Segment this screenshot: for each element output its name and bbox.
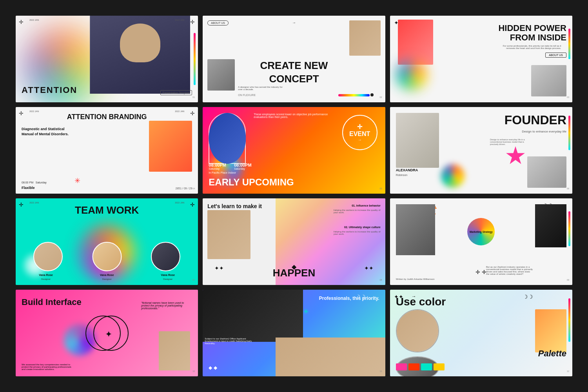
star6-icon-11: ✳	[303, 307, 309, 316]
about-btn-3: ABOUT US	[545, 53, 566, 58]
slide-7-name1: Vana Rose	[30, 274, 62, 276]
person-image-11a	[203, 290, 303, 342]
slide-10-quote: "fictional names have been used to prote…	[141, 301, 192, 310]
marketing-orb-9: Marketing Strategy	[467, 218, 495, 245]
slide-4: ✛ ✛ 2022 JAN 2022 JAN ATTENTION BRANDING…	[16, 107, 198, 194]
slide-6: FOUNDER Design to enhance everyday life …	[390, 107, 572, 194]
slide-7-role2: Designer	[91, 278, 123, 280]
person-image-6	[396, 113, 439, 168]
top-row-2: ABOUT US	[207, 20, 380, 56]
crosshair-icon-7b: ✛	[190, 201, 195, 208]
slide-7-page: 07	[192, 279, 195, 281]
diamond-icon-11: ◆ ◆	[209, 365, 217, 370]
slide-10: Build Interface "fictional names have be…	[16, 290, 198, 376]
color-swatch-red	[408, 363, 419, 370]
slide-2-desc: A designer who has served the industry f…	[238, 86, 285, 91]
slide-4-flexible: Flaxible	[22, 186, 35, 190]
event-box-5: ✛ EVENT →	[342, 115, 377, 150]
color-swatch-pink	[396, 363, 407, 370]
crosshair-icon-4a: ✛	[19, 110, 24, 116]
slide-11: ☽☽ Professionals, this priority. ✳ 1.526…	[203, 290, 385, 376]
time-small-5a: Saturday	[209, 167, 226, 170]
slide-6-name: ALEXANDRA	[396, 168, 418, 172]
color-bar-3	[568, 29, 570, 59]
crosshair-icon-7a: ✛	[19, 201, 24, 208]
color-bar-2	[338, 94, 370, 96]
slide-8: Let's learn to make it 01. Influence beh…	[203, 198, 385, 285]
label-year-4b: 2022 JAN	[175, 110, 184, 113]
slide-6-title: FOUNDER	[505, 113, 566, 127]
time-small-5b: Saturday	[234, 167, 252, 170]
slide-10-desc: We assessed the key competencies needed …	[22, 363, 73, 370]
slide-3-title-block: HIDDEN POWER FROM INSIDE For some profes…	[498, 24, 566, 58]
slide-6-page: 06	[567, 187, 569, 190]
person-image-3b	[531, 65, 566, 96]
event-name-5: EVENT	[349, 131, 370, 138]
slide-3-title-line2: FROM INSIDE	[498, 33, 566, 42]
person-image-10	[159, 331, 190, 370]
time-big-5b: 08:00PM	[234, 163, 252, 167]
stars-icon-12: ✦✦	[394, 294, 403, 300]
slide-3: ✦ ✦ HIDDEN POWER FROM INSIDE For some pr…	[390, 16, 572, 102]
asterisk-icon-4: ✳	[74, 176, 80, 185]
slide-5-location: In Pacific Place Indoor	[209, 171, 236, 174]
slide-8-item1-desc: Helping the workers to increase the qual…	[334, 209, 381, 214]
slide-11-title: Professionals, this priority.	[319, 296, 379, 301]
marketing-text-9: Marketing Strategy	[470, 230, 493, 233]
slide-1: ✛ ✛ 2022 JAN 2022 JAN ATTENTION Presenta…	[16, 16, 198, 102]
about-badge-2: ABOUT US	[207, 20, 229, 25]
label-year-4a: 2022 JAN	[29, 110, 39, 113]
person-image-2l	[207, 59, 235, 91]
slide-1-page: 01	[192, 96, 195, 98]
crosshair-icon-1: ✛	[19, 19, 24, 25]
slide-5-page: 05	[380, 187, 382, 190]
slide-5-early: EARLY UPCOMING	[209, 177, 379, 188]
label-year-1: 2022 JAN	[29, 19, 39, 21]
color-swatch-yellow	[434, 363, 445, 370]
slide-12-title: Use color	[396, 296, 566, 308]
color-bar-6	[568, 116, 570, 150]
person-image-4	[149, 121, 192, 172]
slide-5-times: 08:00PM Saturday 08:00PM Saturday	[209, 163, 251, 170]
crosses-icon-9: ✛ ✛	[475, 269, 486, 275]
person-image-3	[398, 20, 433, 65]
slide-12-colors	[396, 363, 445, 370]
person-image-7c	[151, 242, 180, 271]
color-swatch-cyan	[421, 363, 432, 370]
slide-12-palette: Palette	[538, 348, 566, 359]
slide-2: → ABOUT US CREATE NEW CONCEPT A designer…	[203, 16, 385, 102]
slide-grid: ✛ ✛ 2022 JAN 2022 JAN ATTENTION Presenta…	[0, 0, 588, 392]
color-bar-12	[568, 298, 570, 342]
label-7b: 2022 JAN	[175, 201, 184, 204]
time-item-5a: 08:00PM Saturday	[209, 163, 226, 170]
slide-6-surname: Robinson	[396, 174, 408, 176]
slide-4-page: 04	[192, 187, 195, 190]
stars-icon-8b: ✦✦	[364, 265, 374, 271]
stars-icon-8a: ✦✦	[214, 265, 224, 271]
slide-3-desc: For some professionals, this priority ca…	[498, 45, 561, 49]
slide-9-desc: But as our (fashion) industry operates i…	[486, 266, 533, 275]
on-flexure: ON FLEXURE	[238, 94, 256, 96]
slide-9: ☽☽ Portrait Marketing Strategy But as ou…	[390, 198, 572, 285]
slide-8-item2: 02. Ultimately shape culture	[344, 226, 381, 229]
person-image-9b	[535, 204, 566, 247]
starburst-icon-6	[506, 146, 525, 166]
person-image-7b	[92, 242, 122, 271]
person-image-7a	[33, 242, 63, 271]
slide-8-item2-desc: Helping the workers to increase the qual…	[334, 230, 381, 235]
slide-11-page: 11	[380, 370, 382, 372]
slide-9-author: Written by Judith Arkanbe Williamson	[396, 278, 435, 280]
slide-8-item1: 01. Influence behavior	[352, 204, 381, 207]
slide-4-desc: Diagnostic and Statistical Manual of Men…	[22, 127, 73, 136]
slide-10-page: 10	[192, 370, 195, 372]
slide-3-page: 03	[567, 96, 569, 98]
slide-4-date: 2851 / 09 / 29	[176, 187, 192, 190]
slide-5: These employees scored lower on objectiv…	[203, 107, 385, 194]
person-image-6b	[527, 156, 566, 188]
person-image-11b	[276, 338, 385, 376]
person-image-9a	[396, 204, 435, 255]
slide-8-title: Let's learn to make it	[207, 203, 262, 210]
slide-9-page: 09	[567, 279, 569, 281]
person-face-1	[120, 24, 160, 62]
slide-1-title: ATTENTION	[22, 85, 77, 95]
